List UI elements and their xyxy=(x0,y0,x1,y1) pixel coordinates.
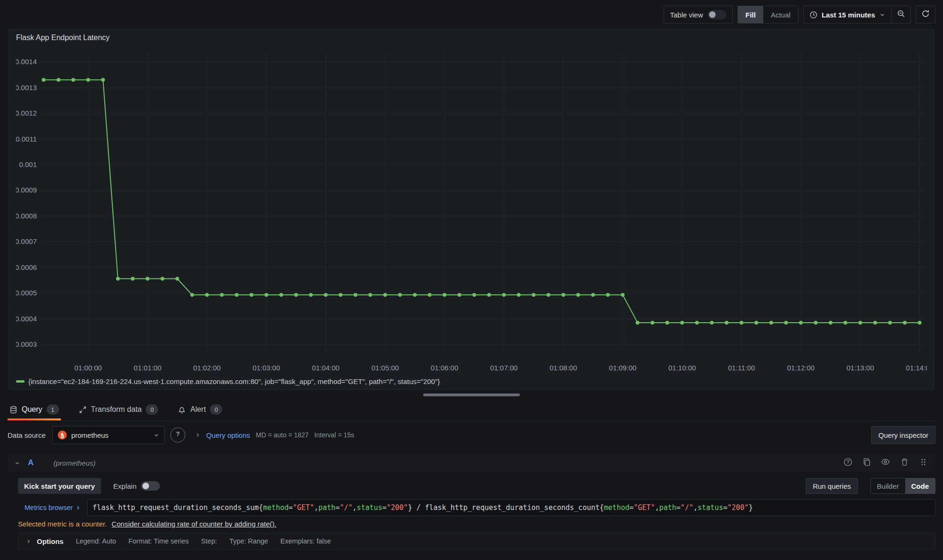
query-help-button[interactable]: ? xyxy=(842,457,853,468)
collapse-chevron-icon[interactable] xyxy=(14,460,20,466)
data-point xyxy=(235,293,239,297)
query-a-header[interactable]: A (prometheus) ? xyxy=(8,454,935,472)
query-options-interval: Interval = 15s xyxy=(314,431,354,439)
tab-query-badge: 1 xyxy=(47,404,59,415)
run-queries-button[interactable]: Run queries xyxy=(806,478,858,494)
datasource-help-button[interactable]: ? xyxy=(170,427,185,443)
tab-transform-badge: 0 xyxy=(146,404,158,415)
zoom-out-button[interactable] xyxy=(892,6,910,24)
panel-header[interactable]: Flask App Endpoint Latency xyxy=(9,30,934,46)
data-point xyxy=(368,293,372,297)
option-format: Format: Time series xyxy=(128,537,189,545)
pane-resize-handle[interactable] xyxy=(423,393,520,396)
actual-button[interactable]: Actual xyxy=(763,6,798,23)
svg-text:01:14:00: 01:14:00 xyxy=(906,364,927,372)
promql-token-plain: = xyxy=(629,503,634,512)
builder-mode-button[interactable]: Builder xyxy=(871,478,905,493)
add-rate-link[interactable]: Consider calculating rate of counter by … xyxy=(112,520,276,528)
data-point xyxy=(309,293,313,297)
chart-grid xyxy=(41,54,925,352)
legend-series-label[interactable]: {instance="ec2-184-169-216-224.us-west-1… xyxy=(28,377,440,385)
metrics-browser-toggle[interactable]: Metrics browser xyxy=(18,499,87,516)
kick-start-query-button[interactable]: Kick start your query xyxy=(18,478,101,494)
latency-panel: Flask App Endpoint Latency 0.00140.00130… xyxy=(8,29,935,390)
promql-token-plain: } / flask_http_request_duration_seconds_… xyxy=(408,503,604,512)
options-toggle[interactable]: Options xyxy=(26,537,64,545)
chevron-right-icon xyxy=(75,505,81,510)
data-point xyxy=(250,293,253,297)
fill-button[interactable]: Fill xyxy=(738,6,763,23)
metrics-browser-label: Metrics browser xyxy=(25,504,73,511)
panel-editor-toolbar: Table view Fill Actual Last 15 minutes xyxy=(0,0,943,29)
data-point xyxy=(220,293,224,297)
svg-text:01:02:00: 01:02:00 xyxy=(193,364,221,372)
time-range-picker[interactable]: Last 15 minutes xyxy=(804,11,891,19)
svg-text:?: ? xyxy=(846,460,849,465)
svg-text:0.0005: 0.0005 xyxy=(16,289,37,297)
fill-actual-segment: Fill Actual xyxy=(737,6,798,24)
tab-alert[interactable]: Alert 0 xyxy=(176,404,224,420)
svg-text:01:08:00: 01:08:00 xyxy=(550,364,577,372)
svg-text:?: ? xyxy=(176,431,180,437)
promql-token-string: "/" xyxy=(340,503,352,512)
data-point xyxy=(769,321,773,325)
tab-query[interactable]: Query 1 xyxy=(8,404,61,420)
query-datasource-hint: (prometheus) xyxy=(53,459,95,467)
tab-alert-label: Alert xyxy=(190,405,206,414)
explain-toggle[interactable] xyxy=(141,481,160,491)
tab-alert-badge: 0 xyxy=(210,404,222,415)
data-point xyxy=(383,293,387,297)
tab-transform-label: Transform data xyxy=(91,405,142,414)
duplicate-query-button[interactable] xyxy=(861,457,872,468)
promql-token-plain: = xyxy=(723,503,727,512)
datasource-select[interactable]: prometheus xyxy=(52,426,165,444)
series-line xyxy=(44,80,920,323)
data-point xyxy=(695,321,699,325)
svg-text:0.0014: 0.0014 xyxy=(16,58,37,66)
data-point xyxy=(339,293,342,297)
latency-chart[interactable]: 0.00140.00130.00120.00110.0010.00090.000… xyxy=(16,46,927,375)
promql-query-input[interactable]: flask_http_request_duration_seconds_sum{… xyxy=(87,499,935,516)
svg-text:0.0008: 0.0008 xyxy=(16,212,37,220)
data-point xyxy=(665,321,669,325)
data-point xyxy=(502,293,506,297)
datasource-label: Data source xyxy=(8,431,46,439)
refresh-button[interactable] xyxy=(916,6,935,24)
data-point xyxy=(680,321,684,325)
query-card-a: A (prometheus) ? xyxy=(8,454,935,550)
data-point xyxy=(71,78,75,82)
svg-text:01:01:00: 01:01:00 xyxy=(134,364,161,372)
data-point xyxy=(472,293,476,297)
chevron-right-icon xyxy=(195,432,200,438)
drag-handle[interactable] xyxy=(918,457,929,468)
svg-text:01:06:00: 01:06:00 xyxy=(431,364,458,372)
chevron-down-icon xyxy=(879,12,885,18)
query-options-toggle[interactable]: Query options MD = auto = 1827 Interval … xyxy=(195,431,354,439)
data-point xyxy=(888,321,892,325)
trash-icon xyxy=(900,458,909,468)
svg-text:0.001: 0.001 xyxy=(19,160,37,168)
promql-token-label: path xyxy=(659,503,676,512)
explain-group: Explain xyxy=(113,481,160,491)
code-mode-button[interactable]: Code xyxy=(905,478,935,493)
data-point xyxy=(784,321,788,325)
data-point xyxy=(101,78,105,82)
time-controls-group: Last 15 minutes xyxy=(803,6,911,24)
svg-text:0.0007: 0.0007 xyxy=(16,237,37,245)
data-point xyxy=(651,321,654,325)
tab-transform-data[interactable]: Transform data 0 xyxy=(77,404,160,420)
data-point xyxy=(517,293,521,297)
query-options-summary-row[interactable]: Options Legend: Auto Format: Time series… xyxy=(18,533,935,550)
data-point xyxy=(442,293,446,297)
datasource-row: Data source prometheus ? xyxy=(8,421,935,449)
table-view-label: Table view xyxy=(670,11,703,19)
data-point xyxy=(636,321,640,325)
query-ref-id[interactable]: A xyxy=(28,458,33,468)
table-view-toggle[interactable] xyxy=(708,10,726,19)
toggle-visibility-button[interactable] xyxy=(880,457,891,468)
splitter-row xyxy=(0,390,943,400)
promql-token-string: "GET" xyxy=(634,503,655,512)
delete-query-button[interactable] xyxy=(899,457,910,468)
query-inspector-button[interactable]: Query inspector xyxy=(871,426,935,444)
data-point xyxy=(413,293,417,297)
